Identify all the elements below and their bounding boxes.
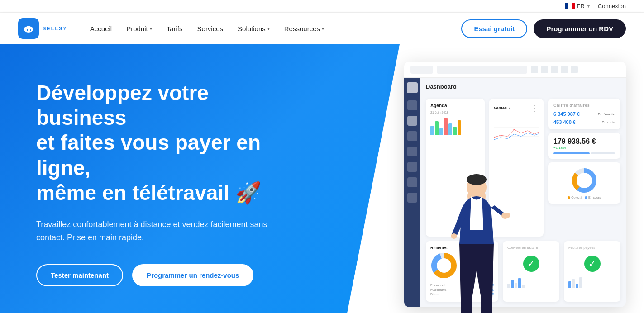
big-value: 179 938.56 € — [553, 138, 615, 146]
factures-bars — [568, 277, 616, 288]
rdv-hero-button[interactable]: Programmer un rendez-vous — [132, 264, 253, 286]
nav-services[interactable]: Services — [197, 25, 224, 33]
hero-buttons: Tester maintenant Programmer un rendez-v… — [36, 264, 272, 286]
donut-legend: Objectif En cours — [568, 196, 601, 199]
language-selector[interactable]: FR ▼ — [565, 3, 591, 9]
sidebar-item-5 — [407, 162, 417, 172]
sidebar-logo — [407, 82, 418, 93]
factures-visual: ✓ — [568, 252, 616, 275]
language-label: FR — [577, 3, 585, 9]
dash-search — [410, 66, 433, 74]
dash-icon-2 — [541, 66, 548, 73]
big-change: +1.18% — [553, 146, 615, 150]
flag-icon — [565, 3, 575, 9]
top-bar: FR ▼ Connexion — [0, 0, 644, 13]
test-button[interactable]: Tester maintenant — [36, 264, 123, 286]
dash-searchbar — [437, 66, 527, 74]
person-svg — [431, 117, 522, 313]
ventes-label: Ventes — [494, 106, 507, 110]
check-icon: ✓ — [527, 258, 535, 269]
nav-produit[interactable]: Produit ▾ — [126, 25, 152, 33]
legend-dot-2 — [585, 196, 587, 199]
dash-icon-4 — [561, 66, 568, 73]
fb-2 — [572, 279, 575, 288]
factures-check: ✓ — [584, 256, 601, 272]
dash-header — [404, 62, 626, 78]
sidebar-item-2 — [407, 116, 417, 126]
nav-solutions[interactable]: Solutions ▾ — [238, 25, 270, 33]
big-number-card: 179 938.56 € +1.18% — [548, 133, 620, 159]
nav-actions: Essai gratuit Programmer un RDV — [461, 19, 626, 38]
svg-rect-10 — [30, 29, 31, 31]
annee-label: De l'année — [598, 112, 615, 116]
logo-icon — [18, 18, 39, 39]
svg-rect-8 — [27, 29, 28, 31]
dashboard-visual: Dashboard Agenda 21 Juin 2018 — [368, 52, 635, 313]
dash-sidebar — [404, 78, 420, 307]
progress-bar-2 — [591, 152, 615, 154]
login-link[interactable]: Connexion — [598, 3, 626, 9]
fb-4 — [579, 277, 582, 288]
svg-rect-9 — [29, 28, 29, 31]
agenda-title: Agenda — [430, 103, 480, 108]
ventes-dots[interactable]: ⋮ — [531, 103, 539, 113]
ressources-chevron: ▾ — [322, 26, 324, 31]
navbar: SELLSY Accueil Produit ▾ Tarifs Services… — [0, 13, 644, 44]
trial-button[interactable]: Essai gratuit — [461, 19, 527, 38]
hero-title: Développez votre business et faites vous… — [36, 81, 272, 205]
nav-ressources[interactable]: Ressources ▾ — [284, 25, 324, 33]
svg-point-30 — [451, 233, 457, 239]
sidebar-item-3 — [407, 131, 417, 141]
dash-header-icons — [531, 66, 578, 73]
cloud-icon — [22, 22, 35, 35]
logo-text: SELLSY — [43, 26, 67, 31]
progress-bars — [553, 152, 615, 154]
check-circle: ✓ — [523, 256, 539, 272]
sidebar-item-4 — [407, 147, 417, 156]
sidebar-item-1 — [407, 100, 417, 110]
right-metrics: Chiffre d'affaires 6 345 987 € De l'anné… — [548, 99, 620, 237]
dashboard-title: Dashboard — [426, 83, 620, 92]
donut-card: Objectif En cours — [548, 162, 620, 204]
language-chevron: ▼ — [587, 4, 591, 9]
ventes-header: Ventes ▾ ⋮ — [494, 103, 539, 113]
ventes-chevron: ▾ — [509, 106, 510, 110]
nav-accueil[interactable]: Accueil — [90, 25, 112, 33]
dash-icon-1 — [531, 66, 538, 73]
logo[interactable]: SELLSY — [18, 18, 67, 39]
cb-5 — [522, 285, 525, 288]
svg-rect-0 — [565, 3, 568, 9]
sidebar-item-6 — [407, 177, 417, 187]
annee-row: 6 345 987 € De l'année — [553, 111, 615, 117]
en-cours-label: En cours — [588, 196, 601, 199]
factures-label: Factures payées — [568, 246, 616, 250]
dash-icon-5 — [571, 66, 578, 73]
fb-1 — [568, 281, 571, 288]
svg-rect-26 — [461, 296, 472, 313]
svg-point-23 — [467, 174, 487, 185]
fb-3 — [576, 284, 578, 288]
hero-content: Développez votre business et faites vous… — [0, 44, 299, 313]
donut-chart — [571, 167, 598, 194]
objectif-label: Objectif — [571, 196, 582, 199]
chiffre-card: Chiffre d'affaires 6 345 987 € De l'anné… — [548, 99, 620, 129]
mois-value: 453 400 € — [553, 119, 576, 125]
dash-icon-3 — [551, 66, 558, 73]
hero-section: Développez votre business et faites vous… — [0, 44, 644, 313]
produit-chevron: ▾ — [150, 26, 152, 31]
progress-bar-1 — [553, 152, 590, 154]
legend-dot-1 — [568, 196, 570, 199]
factures-card: Factures payées ✓ — [564, 241, 620, 302]
chiffre-title: Chiffre d'affaires — [553, 103, 615, 108]
solutions-chevron: ▾ — [267, 26, 270, 31]
agenda-date: 21 Juin 2018 — [430, 111, 480, 114]
rdv-button[interactable]: Programmer un RDV — [534, 19, 626, 38]
sidebar-item-7 — [407, 193, 417, 203]
hero-subtitle: Travaillez confortablement à distance et… — [36, 218, 272, 244]
nav-tarifs[interactable]: Tarifs — [167, 25, 183, 33]
svg-rect-2 — [572, 3, 575, 9]
svg-rect-25 — [507, 213, 510, 218]
svg-rect-27 — [481, 296, 492, 313]
legend-objectif: Objectif — [568, 196, 582, 199]
factures-check-icon: ✓ — [588, 258, 596, 269]
